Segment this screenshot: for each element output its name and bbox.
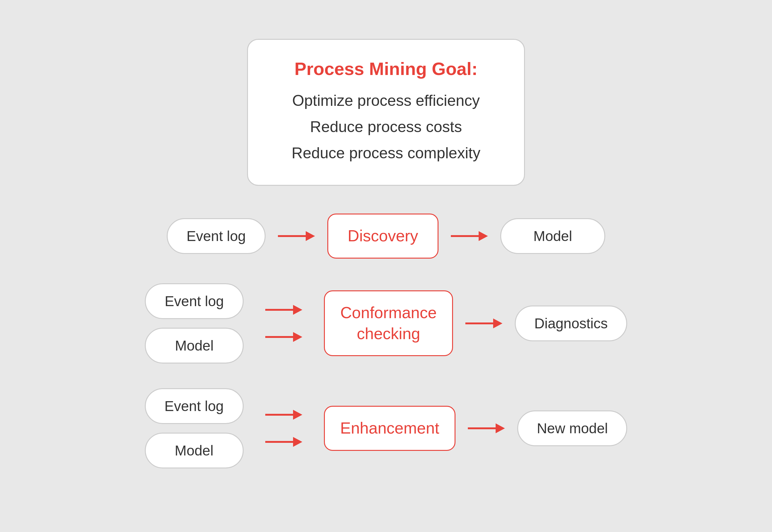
enhancement-center-box: Enhancement [324,406,456,451]
svg-marker-13 [293,437,302,447]
svg-marker-1 [306,231,315,241]
conformance-center-box: Conformancechecking [324,290,453,356]
enhancement-event-log-pill: Event log [145,388,244,424]
discovery-output-pill: Model [500,218,605,254]
diagram: Process Mining Goal: Optimize process ef… [46,39,726,493]
goal-title: Process Mining Goal: [279,58,493,79]
enhancement-arrow-in-1 [265,405,302,424]
conformance-inputs: Event log Model [145,283,244,364]
svg-marker-5 [293,305,302,315]
conformance-arrow-in-1 [265,301,302,319]
discovery-event-log-pill: Event log [167,218,265,254]
conformance-arrows-in [253,301,315,346]
enhancement-model-pill: Model [145,433,244,468]
svg-marker-9 [493,318,503,328]
goal-item-1: Optimize process efficiency [279,88,493,114]
discovery-center-box: Discovery [327,214,439,259]
enhancement-arrows-in [253,405,315,451]
enhancement-arrow-in-2 [265,433,302,451]
goal-box: Process Mining Goal: Optimize process ef… [247,39,525,186]
svg-marker-7 [293,332,302,342]
discovery-row: Event log Discovery Model [46,214,726,259]
conformance-arrow-in-2 [265,328,302,346]
conformance-event-log-pill: Event log [145,283,244,319]
enhancement-row: Event log Model Enhancement [46,388,726,468]
svg-marker-11 [293,410,302,420]
conformance-output-pill: Diagnostics [515,305,627,341]
enhancement-output-pill: New model [517,410,627,446]
enhancement-inputs: Event log Model [145,388,244,468]
svg-marker-15 [496,423,505,433]
conformance-arrow-out [465,314,503,333]
discovery-arrow-out [451,227,488,245]
svg-marker-3 [479,231,488,241]
enhancement-arrow-out [468,419,505,438]
discovery-inputs: Event log [167,218,265,254]
conformance-row: Event log Model Conformancechecking [46,283,726,364]
goal-item-2: Reduce process costs [279,114,493,140]
goal-item-3: Reduce process complexity [279,140,493,166]
discovery-arrow-in [278,227,315,245]
conformance-model-pill: Model [145,328,244,364]
